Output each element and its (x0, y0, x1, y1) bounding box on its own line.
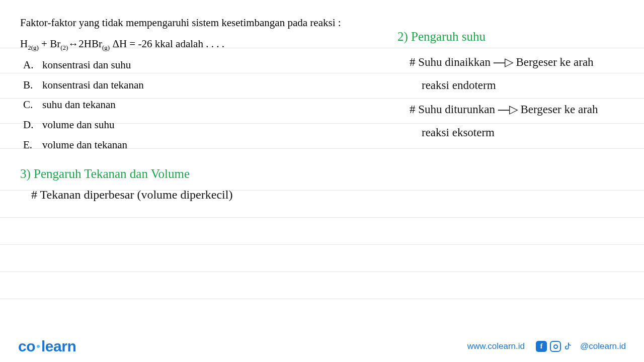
instagram-icon[interactable] (550, 341, 561, 352)
option-e: E. volume dan tekanan (20, 136, 392, 154)
ruled-line (0, 244, 644, 245)
option-letter: E. (20, 136, 42, 154)
footer: colearn www.colearn.id f @colearn.id (0, 331, 644, 362)
eq-h2-sub: 2(g) (28, 44, 39, 51)
option-d: D. volume dan suhu (20, 116, 392, 134)
arrow-icon: —▷ (498, 101, 518, 118)
logo-part-b: learn (41, 338, 76, 354)
logo-part-a: co (18, 338, 35, 354)
notes-right-line3: # Suhu diturunkan —▷ Bergeser ke arah (410, 101, 644, 119)
notes-right: 2) Pengaruh suhu # Suhu dinaikkan —▷ Ber… (397, 27, 644, 148)
facebook-icon[interactable]: f (536, 341, 547, 352)
question-block: Faktor-faktor yang tidak mempengaruhi si… (20, 14, 392, 154)
option-a: A. konsentrasi dan suhu (20, 56, 392, 74)
option-letter: C. (20, 96, 42, 114)
footer-url[interactable]: www.colearn.id (467, 341, 525, 351)
option-b: B. konsentrasi dan tekanan (20, 76, 392, 95)
option-c: C. suhu dan tekanan (20, 96, 392, 114)
section3-line1: # Tekanan diperbesar (volume diperkecil) (31, 188, 423, 202)
option-letter: B. (20, 76, 42, 95)
line1b: Bergeser ke arah (513, 56, 594, 68)
line3a: # Suhu diturunkan (410, 103, 498, 116)
option-text: volume dan suhu (42, 116, 114, 134)
eq-h2: H (20, 38, 28, 50)
social-handle[interactable]: @colearn.id (580, 341, 626, 351)
question-intro: Faktor-faktor yang tidak mempengaruhi si… (20, 14, 392, 32)
arrow-icon: —▷ (494, 53, 513, 71)
option-text: konsentrasi dan tekanan (42, 76, 144, 95)
options-list: A. konsentrasi dan suhu B. konsentrasi d… (20, 56, 392, 154)
social-group: f @colearn.id (536, 341, 626, 352)
line1a: # Suhu dinaikkan (410, 56, 494, 68)
ruled-line (0, 299, 644, 299)
notes-right-line1: # Suhu dinaikkan —▷ Bergeser ke arah (410, 53, 644, 71)
eq-hbr-sub: (g) (102, 44, 110, 51)
ruled-line (0, 272, 644, 272)
option-text: volume dan tekanan (42, 136, 127, 154)
notes-right-line4: reaksi eksoterm (422, 124, 644, 142)
eq-arrow: ↔2HBr (68, 38, 102, 50)
question-equation: H2(g) + Br(2)↔2HBr(g) ΔH = -26 kkal adal… (20, 35, 392, 53)
section3: 3) Pengaruh Tekanan dan Volume # Tekanan… (20, 167, 423, 202)
section3-title: 3) Pengaruh Tekanan dan Volume (20, 167, 423, 181)
instagram-inner-icon (553, 344, 558, 349)
footer-right: www.colearn.id f @colearn.id (467, 341, 626, 352)
ruled-line (0, 217, 644, 218)
notes-right-line2: reaksi endoterm (422, 77, 644, 95)
line3b: Bergeser ke arah (518, 103, 598, 116)
eq-tail: ΔH = -26 kkal adalah . . . . (110, 38, 224, 50)
tiktok-icon[interactable] (564, 341, 575, 352)
colearn-logo: colearn (18, 338, 76, 355)
notes-right-title: 2) Pengaruh suhu (397, 27, 644, 46)
option-letter: A. (20, 56, 42, 74)
eq-plus: + Br (39, 38, 60, 50)
option-text: konsentrasi dan suhu (42, 56, 131, 74)
option-letter: D. (20, 116, 42, 134)
logo-dot-icon (37, 345, 40, 348)
option-text: suhu dan tekanan (42, 96, 116, 114)
eq-br-sub: (2) (60, 44, 68, 51)
